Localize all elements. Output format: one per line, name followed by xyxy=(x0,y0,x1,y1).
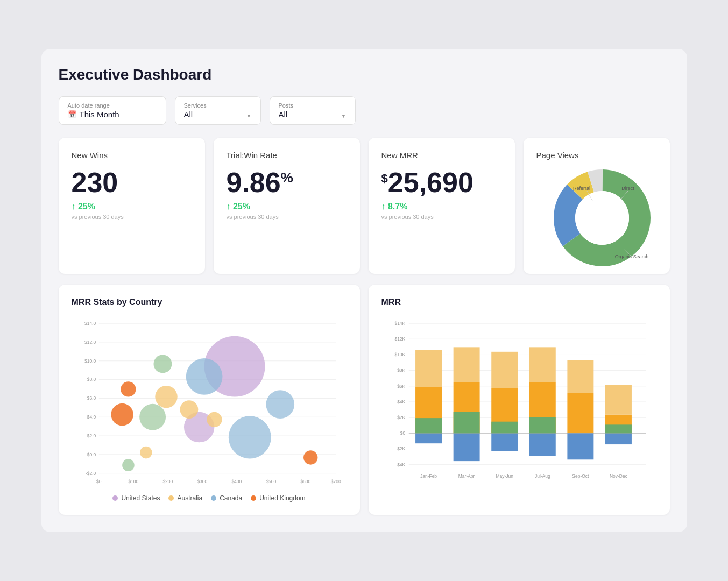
bubble-canada-large xyxy=(186,358,222,395)
bubble-green-1 xyxy=(153,355,172,373)
legend-label-uk: United Kingdom xyxy=(259,494,305,502)
chevron-down-icon: ▼ xyxy=(246,113,252,119)
services-filter[interactable]: Services All ▼ xyxy=(175,96,261,125)
bubble-green-2 xyxy=(139,404,166,430)
svg-text:Mar-Apr: Mar-Apr xyxy=(458,473,475,479)
svg-text:Sep-Oct: Sep-Oct xyxy=(572,473,589,479)
filters-bar: Auto date range 📅 This Month Services Al… xyxy=(59,96,670,125)
bar-may-jun-yellow xyxy=(491,352,518,388)
svg-text:-$2.0: -$2.0 xyxy=(85,471,96,476)
svg-text:$700: $700 xyxy=(330,479,341,484)
svg-text:Direct: Direct xyxy=(621,186,634,191)
svg-text:Nov-Dec: Nov-Dec xyxy=(609,473,627,479)
svg-text:$6.0: $6.0 xyxy=(87,395,96,401)
metric-compare: vs previous 30 days xyxy=(72,214,192,220)
bar-nov-dec-yellow xyxy=(605,385,632,415)
svg-text:$100: $100 xyxy=(128,479,138,484)
legend-item-us: United States xyxy=(112,494,160,502)
bar-mar-apr-blue xyxy=(453,433,479,461)
svg-text:$400: $400 xyxy=(231,479,242,484)
legend-dot-us xyxy=(112,495,118,501)
legend-item-aus: Australia xyxy=(168,494,202,502)
bar-jan-feb-yellow xyxy=(415,350,442,387)
bubble-chart-svg: $14.0 $12.0 $10.0 $8.0 $6.0 $4.0 $2.0 $0… xyxy=(72,316,347,488)
bubble-aus-4 xyxy=(140,447,152,459)
svg-text:$2K: $2K xyxy=(397,415,405,420)
svg-text:May-Jun: May-Jun xyxy=(496,473,513,479)
bar-may-jun-green xyxy=(491,422,518,434)
metric-card-new-wins: New Wins 230 ↑ 25% vs previous 30 days xyxy=(59,138,205,274)
bar-jul-aug-green xyxy=(529,417,555,433)
posts-filter[interactable]: Posts All ▼ xyxy=(270,96,356,125)
svg-text:$0.0: $0.0 xyxy=(87,452,96,457)
legend-dot-canada xyxy=(211,495,216,501)
svg-text:Jan-Feb: Jan-Feb xyxy=(420,473,436,479)
donut-chart: Direct Referral Organic Search xyxy=(548,164,645,261)
calendar-icon: 📅 xyxy=(68,110,76,118)
bar-jul-aug-yellow xyxy=(529,347,555,382)
svg-text:$500: $500 xyxy=(266,479,276,484)
metric-card-page-views: Page Views Direct Referral Organic Searc… xyxy=(524,138,670,274)
bubble-aus-1 xyxy=(155,386,177,408)
bar-sep-oct-orange xyxy=(567,393,593,433)
bubble-canada-small xyxy=(266,390,294,419)
svg-text:Referral: Referral xyxy=(572,186,590,191)
svg-text:$200: $200 xyxy=(162,479,173,484)
metric-compare: vs previous 30 days xyxy=(227,214,347,220)
bar-jan-feb-blue xyxy=(415,433,442,443)
svg-text:$12.0: $12.0 xyxy=(84,339,95,345)
svg-text:Jul-Aug: Jul-Aug xyxy=(534,473,550,479)
bubble-aus-3 xyxy=(207,412,222,427)
metric-title: Trial:Win Rate xyxy=(227,151,347,160)
posts-filter-value: All xyxy=(279,110,288,119)
metric-change: ↑ 25% xyxy=(227,202,347,211)
charts-row: MRR Stats by Country $14.0 $12.0 $10.0 $… xyxy=(59,285,670,515)
metric-change: ↑ 25% xyxy=(72,202,192,211)
bar-chart-title: MRR xyxy=(381,297,657,307)
svg-text:$2.0: $2.0 xyxy=(87,433,96,438)
svg-text:$8K: $8K xyxy=(397,367,405,373)
metric-change: ↑ 8.7% xyxy=(381,202,502,211)
bubble-uk-2 xyxy=(111,403,133,426)
bubble-uk-3 xyxy=(303,450,317,464)
metric-title: New MRR xyxy=(381,151,502,160)
bubble-chart-legend: United States Australia Canada United Ki… xyxy=(72,494,347,502)
services-filter-label: Services xyxy=(184,102,252,109)
legend-item-canada: Canada xyxy=(211,494,242,502)
bubble-canada-medium xyxy=(228,416,271,458)
metric-card-new-mrr: New MRR $25,690 ↑ 8.7% vs previous 30 da… xyxy=(369,138,515,274)
svg-text:$14.0: $14.0 xyxy=(84,321,95,326)
date-filter[interactable]: Auto date range 📅 This Month xyxy=(59,96,166,125)
bubble-chart-title: MRR Stats by Country xyxy=(72,297,347,307)
svg-text:$10K: $10K xyxy=(394,352,405,357)
bar-sep-oct-yellow xyxy=(567,360,593,393)
svg-text:$14K: $14K xyxy=(394,321,405,326)
bubble-green-3 xyxy=(122,459,135,471)
services-filter-value: All xyxy=(184,110,193,119)
bar-nov-dec-blue xyxy=(605,433,632,444)
bar-nov-dec-green xyxy=(605,424,632,433)
legend-label-aus: Australia xyxy=(177,494,202,502)
metric-compare: vs previous 30 days xyxy=(381,214,502,220)
bar-may-jun-blue xyxy=(491,433,518,451)
dashboard: Executive Dashboard Auto date range 📅 Th… xyxy=(41,49,687,532)
svg-text:$4.0: $4.0 xyxy=(87,414,96,420)
metric-value: 230 xyxy=(72,168,192,196)
bar-jan-feb-green xyxy=(415,418,442,433)
date-filter-label: Auto date range xyxy=(68,102,157,109)
bar-jul-aug-blue xyxy=(529,433,555,456)
metric-value: 9.86% xyxy=(227,168,347,196)
metric-title: New Wins xyxy=(72,151,192,160)
chevron-down-icon: ▼ xyxy=(341,113,347,119)
metric-value: $25,690 xyxy=(381,168,502,196)
svg-text:$0: $0 xyxy=(96,479,102,484)
svg-text:$12K: $12K xyxy=(394,336,405,342)
bubble-uk-1 xyxy=(121,381,136,396)
bar-sep-oct-blue xyxy=(567,433,593,459)
metric-title: Page Views xyxy=(536,151,579,160)
legend-label-us: United States xyxy=(121,494,160,502)
bar-chart-area: $14K $12K $10K $8K $6K $4K $2K $0 -$2K -… xyxy=(381,316,657,488)
metric-card-trial-win-rate: Trial:Win Rate 9.86% ↑ 25% vs previous 3… xyxy=(214,138,360,274)
legend-dot-aus xyxy=(168,495,174,501)
svg-text:-$2K: -$2K xyxy=(395,446,405,451)
